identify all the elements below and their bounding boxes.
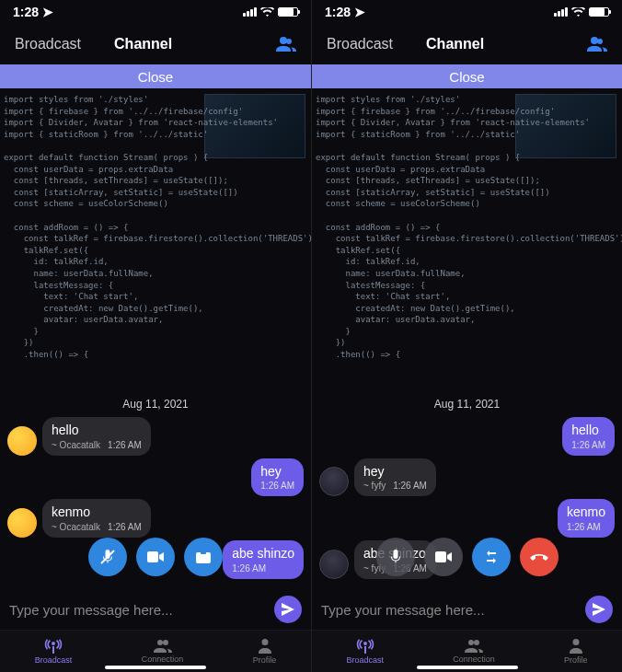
tab-channel[interactable]: Channel <box>426 36 484 52</box>
hangup-button[interactable] <box>520 538 559 576</box>
message-time: 1:26 AM <box>567 522 601 532</box>
message-text: hey <box>260 464 294 480</box>
svg-rect-4 <box>435 551 446 562</box>
chat-area: Aug 11, 2021 hello1:26 AMhey~ fyfy1:26 A… <box>312 88 622 589</box>
status-indicators <box>243 7 298 17</box>
message-bubble[interactable]: hey1:26 AM <box>251 458 304 497</box>
status-indicators <box>554 7 609 17</box>
chat-area: Aug 11, 2021 hello~ Ocacatalk1:26 AMhey1… <box>0 88 311 589</box>
call-controls <box>0 532 311 582</box>
close-bar[interactable]: Close <box>0 64 311 88</box>
wifi-icon <box>571 7 585 17</box>
header: Broadcast Channel <box>0 24 311 64</box>
message-row: hey1:26 AM <box>7 458 304 497</box>
message-text: hello <box>52 423 142 438</box>
close-bar[interactable]: Close <box>312 64 622 88</box>
battery-icon <box>278 7 298 17</box>
status-time: 1:28 <box>13 5 39 19</box>
avatar[interactable] <box>7 426 37 456</box>
input-bar: Type your message here... <box>312 589 622 630</box>
message-bubble[interactable]: hello~ Ocacatalk1:26 AM <box>42 417 151 456</box>
video-button[interactable] <box>136 538 175 576</box>
tab-profile-bottom[interactable]: Profile <box>564 639 588 665</box>
call-controls <box>312 532 622 582</box>
message-from: ~ Ocacatalk <box>52 440 100 450</box>
svg-rect-1 <box>147 551 158 562</box>
message-bubble[interactable]: hello1:26 AM <box>562 417 615 456</box>
status-time: 1:28 <box>325 5 351 19</box>
tab-connection-bottom[interactable]: Connection <box>453 640 495 664</box>
message-text: kenmo <box>567 504 605 520</box>
message-input[interactable]: Type your message here... <box>9 602 267 618</box>
tab-connection-bottom[interactable]: Connection <box>142 640 184 664</box>
home-indicator[interactable] <box>417 666 518 669</box>
mute-button[interactable] <box>88 538 127 576</box>
status-bar: 1:28➤ <box>0 0 311 24</box>
message-bubble[interactable]: hey~ fyfy1:26 AM <box>354 458 436 497</box>
date-label: Aug 11, 2021 <box>7 398 304 411</box>
share-button[interactable] <box>184 538 223 576</box>
message-time: 1:26 AM <box>260 481 294 491</box>
battery-icon <box>589 7 609 17</box>
header: Broadcast Channel <box>312 24 622 64</box>
message-text: hello <box>571 423 605 438</box>
message-time: 1:26 AM <box>393 481 427 491</box>
location-icon: ➤ <box>42 5 53 19</box>
tab-profile-bottom[interactable]: Profile <box>253 639 277 665</box>
message-row: hello~ Ocacatalk1:26 AM <box>7 417 304 456</box>
tab-broadcast[interactable]: Broadcast <box>15 36 81 52</box>
wifi-icon <box>260 7 274 17</box>
svg-rect-3 <box>201 550 206 554</box>
input-bar: Type your message here... <box>0 589 311 630</box>
switch-button[interactable] <box>472 538 511 576</box>
home-indicator[interactable] <box>105 666 206 669</box>
signal-icon <box>243 7 257 17</box>
message-input[interactable]: Type your message here... <box>321 602 578 618</box>
tab-broadcast-bottom[interactable]: Broadcast <box>35 639 73 665</box>
send-button[interactable] <box>274 596 302 623</box>
people-icon[interactable] <box>276 37 296 52</box>
message-time: 1:26 AM <box>108 522 142 532</box>
tab-broadcast[interactable]: Broadcast <box>327 36 393 52</box>
message-text: hey <box>363 464 427 480</box>
message-from: ~ Ocacatalk <box>52 522 100 532</box>
signal-icon <box>554 7 568 17</box>
tab-channel[interactable]: Channel <box>114 36 172 52</box>
video-button[interactable] <box>424 538 463 576</box>
message-time: 1:26 AM <box>571 440 605 450</box>
message-time: 1:26 AM <box>108 440 142 450</box>
phone-left: 1:28➤ Broadcast Channel Close import sty… <box>0 0 311 672</box>
people-icon[interactable] <box>587 37 607 52</box>
message-row: hey~ fyfy1:26 AM <box>319 458 615 497</box>
message-text: kenmo <box>52 504 142 520</box>
message-from: ~ fyfy <box>363 481 386 491</box>
phone-right: 1:28➤ Broadcast Channel Close import sty… <box>311 0 622 672</box>
status-bar: 1:28➤ <box>312 0 622 24</box>
location-icon: ➤ <box>354 5 365 19</box>
avatar[interactable] <box>319 467 349 496</box>
message-row: hello1:26 AM <box>319 417 615 456</box>
tab-broadcast-bottom[interactable]: Broadcast <box>347 639 385 665</box>
send-button[interactable] <box>585 596 613 623</box>
mute-button[interactable] <box>376 538 415 576</box>
date-label: Aug 11, 2021 <box>319 398 615 411</box>
